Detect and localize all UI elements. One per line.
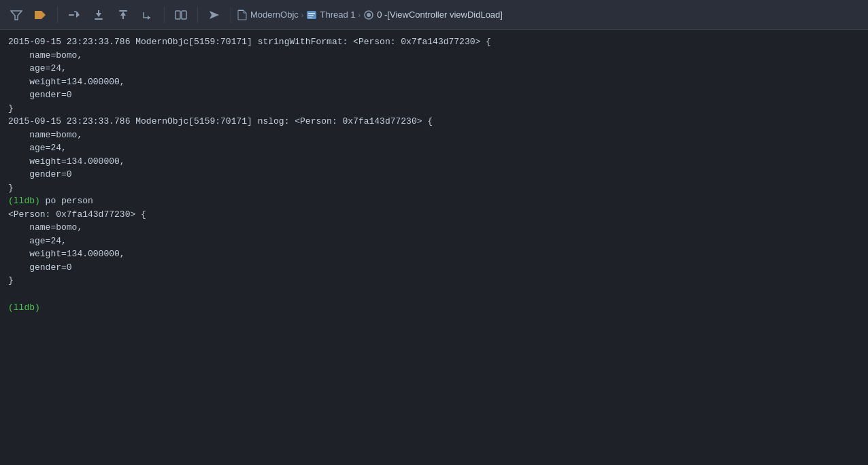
breadcrumb: ModernObjc › Thread 1 › 0 -[ViewControll…: [237, 10, 503, 20]
lldb-output-1-gender: gender=0: [0, 261, 868, 275]
log-entry-1-close: }: [0, 102, 868, 116]
svg-rect-1: [69, 14, 74, 16]
lldb-output-1-name: name=bomo,: [0, 221, 868, 235]
svg-rect-15: [308, 13, 315, 14]
lldb-output-1-close: }: [0, 274, 868, 288]
svg-rect-10: [176, 11, 180, 19]
frame-icon: [363, 10, 374, 20]
breadcrumb-frame[interactable]: 0 -[ViewController viewDidLoad]: [363, 10, 503, 20]
step-over-button[interactable]: [63, 5, 85, 25]
divider-3: [197, 7, 198, 23]
svg-point-19: [367, 13, 371, 17]
lldb-output-1-weight: weight=134.000000,: [0, 247, 868, 261]
log-entry-1-weight: weight=134.000000,: [0, 75, 868, 89]
lldb-prompt-1: (lldb): [8, 196, 40, 206]
svg-marker-12: [210, 11, 219, 19]
breadcrumb-file[interactable]: ModernObjc: [237, 10, 299, 20]
thread-icon: [306, 10, 317, 20]
log-entry-2-weight: weight=134.000000,: [0, 155, 868, 169]
log-entry-1-name: name=bomo,: [0, 49, 868, 63]
lldb-output-1-age: age=24,: [0, 235, 868, 248]
svg-marker-6: [120, 12, 126, 16]
file-icon: [237, 10, 248, 20]
filter-toggle-button[interactable]: [5, 5, 27, 25]
svg-rect-11: [182, 11, 186, 19]
svg-rect-5: [95, 18, 103, 20]
log-entry-2-gender: gender=0: [0, 168, 868, 182]
log-entry-2-name: name=bomo,: [0, 128, 868, 142]
console-output: 2015-09-15 23:23:33.786 ModernObjc[5159:…: [0, 30, 868, 465]
breadcrumb-file-label: ModernObjc: [250, 10, 299, 20]
breadcrumb-thread[interactable]: Thread 1: [306, 10, 355, 20]
divider-4: [231, 7, 231, 23]
step-into-button[interactable]: [88, 5, 110, 25]
toggle-columns-button[interactable]: [170, 5, 192, 25]
return-button[interactable]: [137, 5, 158, 25]
breadcrumb-frame-label: 0 -[ViewController viewDidLoad]: [377, 10, 503, 20]
divider-2: [164, 7, 165, 23]
svg-rect-7: [122, 16, 124, 19]
log-entry-1-header: 2015-09-15 23:23:33.786 ModernObjc[5159:…: [0, 35, 868, 49]
lldb-command-1: (lldb) po person: [0, 194, 868, 208]
svg-rect-4: [98, 10, 99, 14]
breadcrumb-chevron-2: ›: [358, 11, 361, 19]
svg-rect-8: [119, 10, 127, 12]
step-out-button[interactable]: [112, 5, 134, 25]
log-entry-2-close: }: [0, 182, 868, 195]
log-entry-1-gender: gender=0: [0, 88, 868, 102]
send-button[interactable]: [203, 5, 225, 25]
log-entry-1-age: age=24,: [0, 62, 868, 75]
svg-rect-16: [308, 15, 314, 16]
log-entry-2-header: 2015-09-15 23:23:33.786 ModernObjc[5159:…: [0, 115, 868, 128]
lldb-prompt-ready: (lldb): [0, 301, 868, 315]
divider-1: [57, 7, 58, 23]
breadcrumb-chevron-1: ›: [301, 11, 304, 19]
breadcrumb-thread-label: Thread 1: [320, 10, 355, 20]
svg-rect-17: [308, 17, 312, 18]
toolbar: ModernObjc › Thread 1 › 0 -[ViewControll…: [0, 0, 868, 30]
log-entry-2-age: age=24,: [0, 141, 868, 155]
svg-marker-0: [11, 11, 22, 20]
svg-marker-9: [148, 16, 150, 20]
lldb-output-1-header: <Person: 0x7fa143d77230> {: [0, 208, 868, 222]
tag-button[interactable]: [30, 5, 52, 25]
empty-line-1: [0, 288, 868, 301]
